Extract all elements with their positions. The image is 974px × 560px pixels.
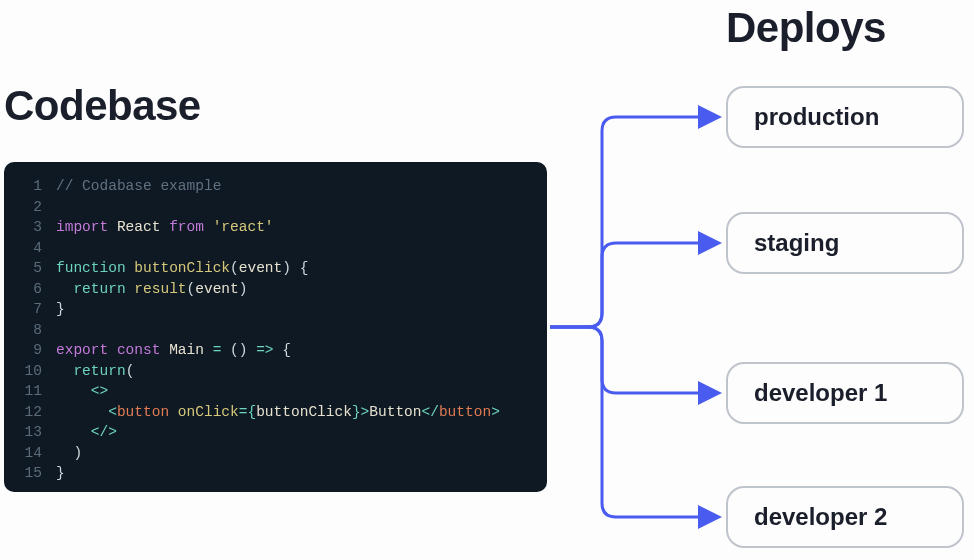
code-line: 5function buttonClick(event) { [18,258,531,279]
line-number: 3 [18,217,42,238]
flow-arrows [548,80,726,540]
code-content: return( [56,361,134,382]
line-number: 9 [18,340,42,361]
code-content: <button onClick={buttonClick}>Button</bu… [56,402,500,423]
arrow-to-staging [550,243,716,327]
code-line: 7} [18,299,531,320]
line-number: 10 [18,361,42,382]
codebase-heading: Codebase [4,82,201,130]
code-editor: 1// Codabase example23import React from … [4,162,547,492]
line-number: 7 [18,299,42,320]
deploy-label: production [754,103,879,131]
line-number: 1 [18,176,42,197]
line-number: 12 [18,402,42,423]
code-content: export const Main = () => { [56,340,291,361]
arrow-to-developer1 [550,327,716,393]
deploy-label: developer 1 [754,379,887,407]
code-content: // Codabase example [56,176,221,197]
deploy-target-production: production [726,86,964,148]
line-number: 13 [18,422,42,443]
deploy-target-developer2: developer 2 [726,486,964,548]
line-number: 5 [18,258,42,279]
line-number: 6 [18,279,42,300]
code-content: } [56,463,65,484]
code-content: </> [56,422,117,443]
code-line: 11 <> [18,381,531,402]
code-line: 8 [18,320,531,341]
line-number: 2 [18,197,42,218]
code-content: return result(event) [56,279,247,300]
code-line: 13 </> [18,422,531,443]
code-line: 4 [18,238,531,259]
code-content: function buttonClick(event) { [56,258,308,279]
code-line: 9export const Main = () => { [18,340,531,361]
code-content: ) [56,443,82,464]
code-line: 12 <button onClick={buttonClick}>Button<… [18,402,531,423]
deploy-target-staging: staging [726,212,964,274]
arrow-to-production [550,117,716,327]
code-line: 14 ) [18,443,531,464]
code-line: 6 return result(event) [18,279,531,300]
code-line: 10 return( [18,361,531,382]
code-content: } [56,299,65,320]
line-number: 11 [18,381,42,402]
arrow-to-developer2 [550,327,716,517]
deploys-heading: Deploys [726,4,886,52]
code-content: import React from 'react' [56,217,274,238]
code-line: 1// Codabase example [18,176,531,197]
code-line: 15} [18,463,531,484]
deploy-label: staging [754,229,839,257]
line-number: 8 [18,320,42,341]
line-number: 4 [18,238,42,259]
line-number: 14 [18,443,42,464]
deploy-target-developer1: developer 1 [726,362,964,424]
code-line: 3import React from 'react' [18,217,531,238]
code-content: <> [56,381,108,402]
code-line: 2 [18,197,531,218]
deploy-label: developer 2 [754,503,887,531]
line-number: 15 [18,463,42,484]
